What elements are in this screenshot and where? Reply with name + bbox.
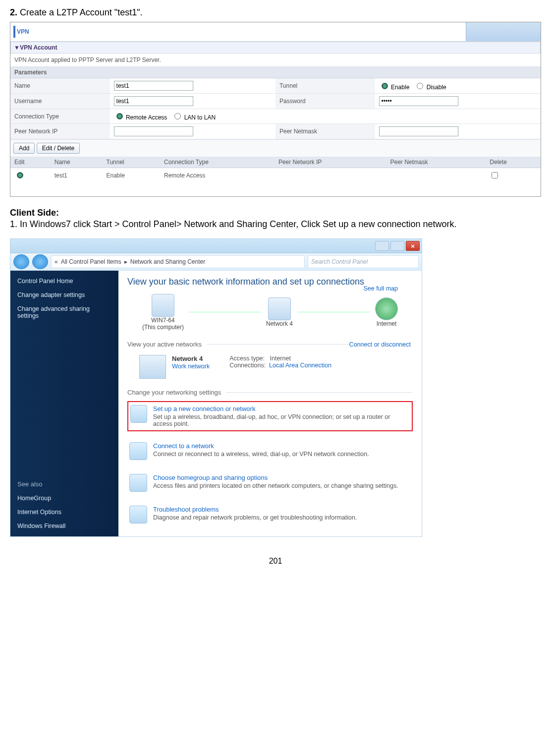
edit-delete-button[interactable]: Edit / Delete	[37, 143, 80, 154]
bc-item2[interactable]: Network and Sharing Center	[130, 258, 205, 265]
add-button[interactable]: Add	[13, 143, 35, 154]
win7-sidebar: Control Panel Home Change adapter settin…	[10, 271, 118, 536]
th-conn: Connection Type	[160, 157, 275, 168]
win7-titlebar: ×	[10, 239, 422, 253]
connections-lbl: Connections:	[229, 362, 266, 369]
sidebar-cp-home[interactable]: Control Panel Home	[17, 278, 111, 285]
vpn-title: VPN	[17, 28, 29, 35]
row-delete-checkbox[interactable]	[492, 172, 498, 178]
th-delete: Delete	[486, 157, 541, 168]
computer-label: WIN7-64	[151, 317, 174, 324]
win7-navbar: « All Control Panel Items ▸ Network and …	[10, 253, 422, 271]
access-type-val: Internet	[270, 355, 290, 362]
cs-period: .	[454, 219, 457, 229]
work-network-link[interactable]: Work network	[172, 363, 210, 370]
bc-arrow-icon: «	[55, 258, 58, 265]
back-button[interactable]	[13, 254, 29, 269]
cell-conn: Remote Access	[160, 168, 275, 183]
row-select[interactable]	[17, 172, 23, 178]
forward-button[interactable]	[32, 254, 48, 269]
vpn-header-art	[466, 22, 541, 41]
option-setup-connection[interactable]: Set up a new connection or network Set u…	[127, 401, 413, 431]
radio-lan[interactable]	[174, 113, 181, 119]
vpn-bar-icon	[13, 26, 15, 38]
sidebar-seealso: See also	[17, 480, 111, 488]
lbl-username: Username	[10, 94, 110, 109]
opt-tr-desc: Diagnose and repair network problems, or…	[153, 514, 357, 521]
step2-prefix: 2.	[10, 7, 17, 17]
input-password[interactable]	[379, 96, 458, 106]
vpn-screenshot: VPN ▼VPN Account VPN Account applied to …	[10, 22, 541, 197]
network4-icon	[139, 355, 166, 379]
network4-name: Network 4	[172, 355, 203, 362]
cs-gt2: >	[176, 219, 184, 229]
network-label: Network 4	[266, 320, 293, 327]
vpn-caption: VPN Account applied to PPTP Server and L…	[10, 54, 541, 67]
radio-enable[interactable]	[382, 83, 388, 89]
active-networks-head: View your active networks	[127, 341, 202, 348]
vpn-grid: Edit Name Tunnel Connection Type Peer Ne…	[10, 157, 541, 182]
computer-sublabel: (This computer)	[142, 324, 184, 331]
vpn-parameters-head: Parameters	[10, 67, 541, 78]
search-input[interactable]: Search Control Panel	[308, 255, 419, 268]
lbl-name: Name	[10, 78, 110, 94]
cell-peerip	[275, 168, 386, 183]
lbl-conntype: Connection Type	[10, 109, 110, 124]
opt-conn-desc: Connect or reconnect to a wireless, wire…	[153, 451, 369, 458]
lbl-disable: Disable	[427, 84, 446, 91]
internet-icon	[375, 297, 398, 320]
win7-main: View your basic network information and …	[118, 271, 422, 536]
setup-connection-icon	[130, 405, 147, 423]
input-peermask[interactable]	[379, 126, 458, 136]
lbl-peerip: Peer Network IP	[10, 124, 110, 139]
cell-peermask	[386, 168, 486, 183]
access-type-lbl: Access type:	[229, 355, 265, 362]
bc-item1[interactable]: All Control Panel Items	[61, 258, 121, 265]
sidebar-adapter[interactable]: Change adapter settings	[17, 291, 111, 298]
option-troubleshoot[interactable]: Troubleshoot problems Diagnose and repai…	[127, 503, 413, 526]
maximize-button[interactable]	[390, 241, 404, 251]
radio-disable[interactable]	[417, 83, 423, 89]
step2-text: Create a L2TP Account "test1".	[17, 7, 143, 17]
cs-start: Start	[93, 219, 112, 229]
lan-connection-link[interactable]: Local Area Connection	[269, 362, 331, 369]
homegroup-icon	[129, 474, 147, 492]
vpn-header: VPN	[10, 22, 541, 42]
input-name[interactable]	[114, 81, 193, 91]
cell-name: test1	[51, 168, 103, 183]
th-peermask: Peer Netmask	[386, 157, 486, 168]
opt-setup-title: Set up a new connection or network	[153, 405, 410, 412]
cell-tunnel: Enable	[103, 168, 160, 183]
radio-remote[interactable]	[116, 113, 123, 119]
change-settings-head: Change your networking settings	[127, 389, 221, 396]
win7-window: × « All Control Panel Items ▸ Network an…	[10, 238, 422, 537]
option-connect-network[interactable]: Connect to a network Connect or reconnec…	[127, 439, 413, 463]
vpn-form: Name Tunnel Enable Disable Username Pass…	[10, 78, 541, 139]
close-button[interactable]: ×	[406, 241, 420, 251]
input-peerip[interactable]	[114, 126, 193, 136]
connect-disconnect-link[interactable]: Connect or disconnect	[349, 341, 411, 348]
minimize-button[interactable]	[375, 241, 389, 251]
sidebar-homegroup[interactable]: HomeGroup	[17, 495, 111, 502]
opt-conn-title: Connect to a network	[153, 442, 369, 450]
lbl-remote: Remote Access	[126, 114, 167, 121]
sidebar-advanced[interactable]: Change advanced sharing settings	[17, 305, 111, 319]
lbl-enable: Enable	[391, 84, 409, 91]
option-homegroup[interactable]: Choose homegroup and sharing options Acc…	[127, 471, 413, 495]
opt-tr-title: Troubleshoot problems	[153, 506, 357, 513]
table-row: test1 Enable Remote Access	[10, 168, 541, 183]
breadcrumb[interactable]: « All Control Panel Items ▸ Network and …	[51, 255, 305, 268]
client-step1: 1. In Windows7 click Start > Control Pan…	[10, 219, 541, 230]
lbl-peermask: Peer Netmask	[276, 124, 375, 139]
cs-gt1: >	[112, 219, 122, 229]
bc-sep-icon: ▸	[124, 258, 127, 265]
cs-setup: Set up a new connection network	[323, 219, 454, 229]
page-number: 201	[10, 557, 541, 566]
sidebar-internetoptions[interactable]: Internet Options	[17, 509, 111, 516]
connect-network-icon	[129, 442, 147, 460]
sidebar-firewall[interactable]: Windows Firewall	[17, 523, 111, 529]
vpn-section-head[interactable]: ▼VPN Account	[10, 42, 541, 54]
opt-hg-title: Choose homegroup and sharing options	[153, 474, 398, 481]
see-full-map-link[interactable]: See full map	[364, 285, 398, 292]
input-username[interactable]	[114, 96, 193, 106]
